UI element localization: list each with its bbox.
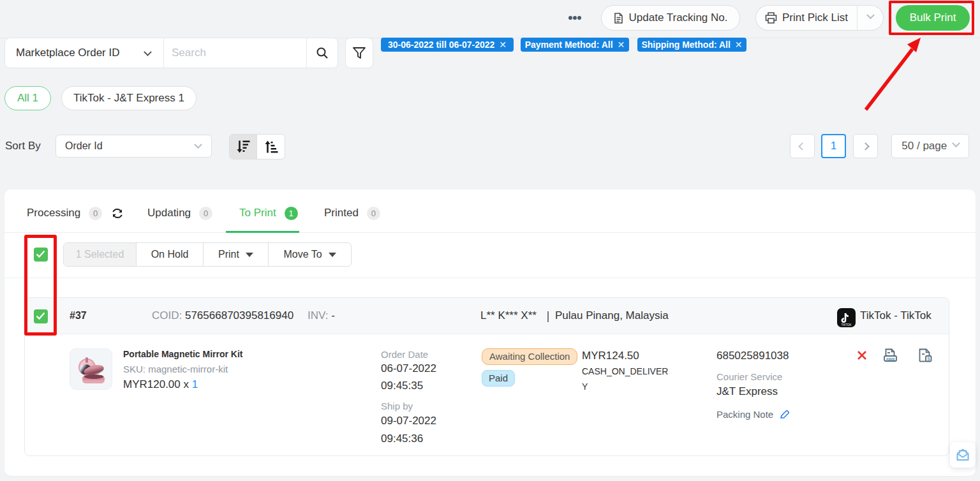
svg-text:S: S: [927, 357, 930, 361]
svg-text:AWB: AWB: [886, 357, 896, 361]
svg-text:TIKTOK: TIKTOK: [841, 323, 851, 327]
